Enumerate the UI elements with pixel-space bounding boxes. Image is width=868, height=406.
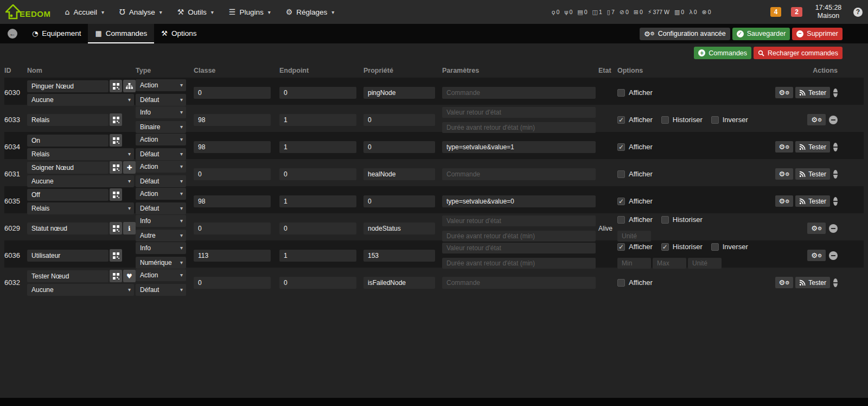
configure-command-button[interactable]: ⚙⚙ xyxy=(775,168,794,180)
subtype-select[interactable]: Défaut▾ xyxy=(136,94,186,106)
param-input[interactable] xyxy=(442,87,596,99)
linked-value-select[interactable]: Relais▾ xyxy=(27,148,134,160)
checkbox-afficher[interactable]: ✓Afficher xyxy=(617,143,653,151)
param-input[interactable] xyxy=(442,195,596,207)
endpoint-input[interactable] xyxy=(279,168,356,180)
name-icon-button-qrcode-icon[interactable] xyxy=(110,270,122,282)
classe-input[interactable] xyxy=(194,195,271,207)
endpoint-input[interactable] xyxy=(279,277,356,289)
remove-command-icon[interactable] xyxy=(833,170,838,179)
checkbox-historiser[interactable]: Historiser xyxy=(661,215,703,224)
tab-commandes[interactable]: ▦Commandes xyxy=(88,24,154,43)
linked-value-select[interactable]: Relais▾ xyxy=(27,202,134,214)
add-command-button[interactable]: + Commandes xyxy=(694,47,751,59)
type-select[interactable]: Action▾ xyxy=(136,188,186,200)
name-icon-button-qrcode-icon[interactable] xyxy=(110,188,122,201)
subtype-select[interactable]: Binaire▾ xyxy=(136,121,186,133)
param-input[interactable] xyxy=(442,168,596,180)
test-command-button[interactable]: Tester xyxy=(795,87,830,98)
linked-value-select[interactable]: Aucune▾ xyxy=(27,175,134,187)
property-input[interactable] xyxy=(363,114,435,126)
classe-input[interactable] xyxy=(194,141,271,153)
remove-command-icon[interactable] xyxy=(829,116,838,124)
subtype-select[interactable]: Défaut▾ xyxy=(136,202,186,214)
warning-count-badge[interactable]: 4 xyxy=(770,7,782,17)
param-input[interactable] xyxy=(442,141,596,153)
endpoint-input[interactable] xyxy=(279,87,356,99)
endpoint-input[interactable] xyxy=(279,250,356,262)
type-select[interactable]: Info▾ xyxy=(136,106,186,118)
status-motion-icon[interactable]: λ0 xyxy=(689,9,697,16)
status-window-icon[interactable]: ◫1 xyxy=(592,9,602,16)
tab-options[interactable]: ⚒Options xyxy=(154,24,203,43)
classe-input[interactable] xyxy=(194,223,271,234)
save-button[interactable]: ✓ Sauvegarder xyxy=(732,28,790,40)
type-select[interactable]: Info▾ xyxy=(136,242,186,254)
endpoint-input[interactable] xyxy=(279,195,356,207)
type-select[interactable]: Action▾ xyxy=(136,79,186,91)
name-icon-button-qrcode-icon[interactable] xyxy=(110,249,122,262)
remove-command-icon[interactable] xyxy=(833,278,838,287)
name-icon-button-qrcode-icon[interactable] xyxy=(110,161,122,174)
status-door-icon[interactable]: ▯7 xyxy=(607,9,615,16)
param-input[interactable] xyxy=(442,231,596,242)
menu-rglages[interactable]: ⚙Réglages▾ xyxy=(286,8,335,16)
checkbox-afficher[interactable]: Afficher xyxy=(617,88,653,97)
tab-equipement[interactable]: ◔Equipement xyxy=(25,24,88,43)
command-name-input[interactable] xyxy=(27,189,108,201)
param-input[interactable] xyxy=(442,122,596,133)
param-input[interactable] xyxy=(442,107,596,118)
checkbox-afficher[interactable]: Afficher xyxy=(617,278,653,287)
param-input[interactable] xyxy=(442,243,596,253)
name-icon-button-medkit-icon[interactable]: ✚ xyxy=(123,161,136,174)
name-icon-button-sitemap-icon[interactable] xyxy=(123,80,136,92)
type-select[interactable]: Action▾ xyxy=(136,269,186,281)
checkbox-historiser[interactable]: ✓Historiser xyxy=(661,243,703,251)
remove-command-icon[interactable] xyxy=(833,197,838,206)
classe-input[interactable] xyxy=(194,250,271,262)
command-name-input[interactable] xyxy=(27,250,108,262)
command-name-input[interactable] xyxy=(27,135,108,147)
configure-command-button[interactable]: ⚙⚙ xyxy=(775,195,794,207)
checkbox-afficher[interactable]: Afficher xyxy=(617,170,653,178)
name-icon-button-qrcode-icon[interactable] xyxy=(110,222,122,234)
configure-command-button[interactable]: ⚙⚙ xyxy=(775,87,794,98)
status-heater-icon[interactable]: ▥0 xyxy=(674,9,684,16)
checkbox-afficher[interactable]: ✓Afficher xyxy=(617,243,653,251)
checkbox-historiser[interactable]: Historiser xyxy=(661,116,703,124)
name-icon-button-info-icon[interactable]: ℹ xyxy=(123,222,136,234)
linked-value-select[interactable]: Aucune▾ xyxy=(27,284,134,296)
remove-command-icon[interactable] xyxy=(833,143,838,151)
status-shutter-icon[interactable]: ▤0 xyxy=(577,9,587,16)
checkbox-afficher[interactable]: Afficher xyxy=(617,215,653,224)
name-icon-button-qrcode-icon[interactable] xyxy=(110,134,122,147)
endpoint-input[interactable] xyxy=(279,141,356,153)
menu-accueil[interactable]: ⌂Accueil▾ xyxy=(65,8,104,16)
name-icon-button-qrcode-icon[interactable] xyxy=(110,113,122,126)
remove-command-icon[interactable] xyxy=(829,251,838,260)
test-command-button[interactable]: Tester xyxy=(795,141,830,153)
param-input[interactable] xyxy=(442,277,596,289)
type-select[interactable]: Info▾ xyxy=(136,215,186,227)
command-name-input[interactable] xyxy=(27,223,108,234)
status-plug-icon[interactable]: ψ0 xyxy=(564,9,572,16)
test-command-button[interactable]: Tester xyxy=(795,277,830,288)
type-select[interactable]: Action▾ xyxy=(136,161,186,173)
command-name-input[interactable] xyxy=(27,80,108,92)
subtype-select[interactable]: Autre▾ xyxy=(136,230,186,242)
checkbox-inverser[interactable]: Inverser xyxy=(711,243,748,251)
property-input[interactable] xyxy=(363,223,435,234)
property-input[interactable] xyxy=(363,168,435,180)
checkbox-afficher[interactable]: ✓Afficher xyxy=(617,197,653,205)
status-screen-off-icon[interactable]: ⊘0 xyxy=(620,9,629,16)
menu-analyse[interactable]: ƱAnalyse▾ xyxy=(119,8,162,16)
configure-command-button[interactable]: ⚙⚙ xyxy=(807,250,826,261)
classe-input[interactable] xyxy=(194,87,271,99)
error-count-badge[interactable]: 2 xyxy=(791,7,802,17)
help-icon[interactable]: ? xyxy=(853,8,863,17)
subtype-select[interactable]: Défaut▾ xyxy=(136,284,186,296)
name-icon-button-qrcode-icon[interactable] xyxy=(110,80,122,92)
remove-command-icon[interactable] xyxy=(829,224,838,233)
jeedom-logo[interactable]: EEDOM xyxy=(5,4,51,20)
command-name-input[interactable] xyxy=(27,162,108,174)
